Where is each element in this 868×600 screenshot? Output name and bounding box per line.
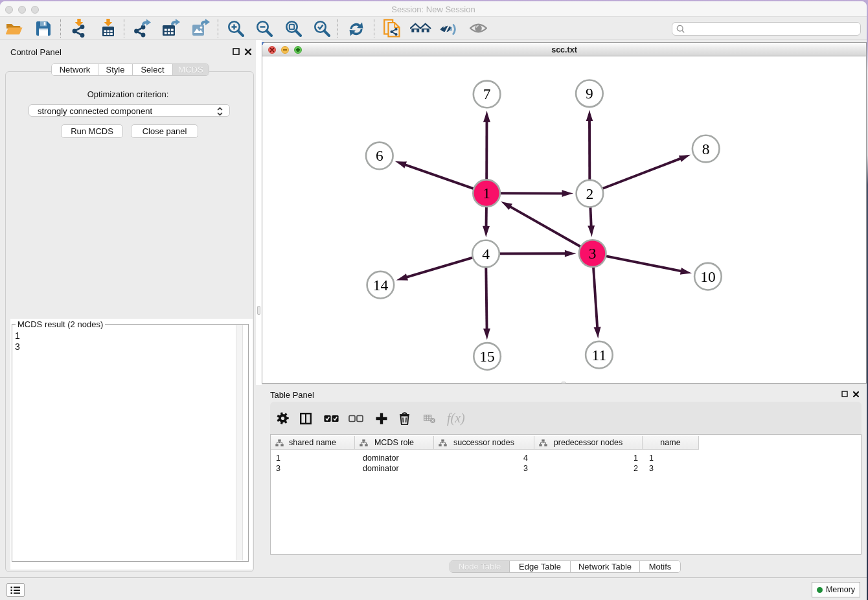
- svg-text:4: 4: [482, 246, 490, 262]
- svg-text:1: 1: [483, 185, 490, 202]
- svg-text:10: 10: [700, 268, 716, 285]
- svg-text:7: 7: [483, 86, 491, 102]
- svg-text:6: 6: [376, 147, 383, 164]
- svg-text:11: 11: [592, 347, 607, 363]
- svg-text:15: 15: [479, 348, 495, 365]
- svg-text:3: 3: [589, 245, 597, 262]
- svg-text:8: 8: [702, 141, 710, 157]
- svg-text:2: 2: [586, 185, 594, 202]
- svg-text:14: 14: [373, 277, 389, 294]
- svg-text:9: 9: [586, 85, 593, 102]
